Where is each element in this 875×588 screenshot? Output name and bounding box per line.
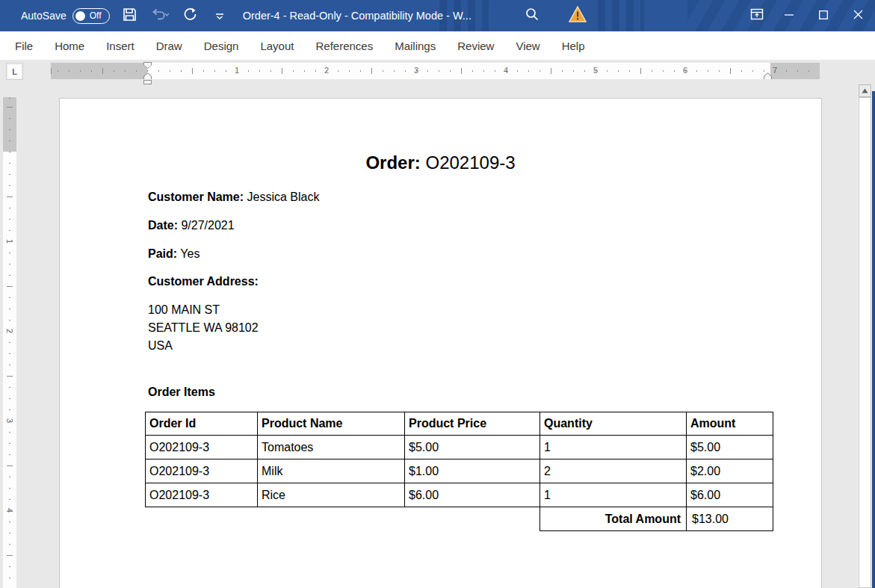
ruler-number: 1 [5, 237, 14, 246]
tab-file[interactable]: File [15, 40, 33, 52]
date-label: Date: [148, 219, 178, 232]
search-icon [525, 7, 539, 25]
autosave-toggle[interactable]: Off [72, 8, 110, 24]
scroll-up-arrow-icon [862, 88, 868, 93]
horizontal-ruler: 1 2 3 4 5 6 7 [51, 63, 820, 79]
tab-mailings[interactable]: Mailings [395, 40, 436, 52]
col-header-product-price: Product Price [405, 412, 540, 436]
right-indent-marker[interactable] [764, 72, 772, 79]
vertical-ruler: 1 2 3 4 [3, 97, 16, 588]
window-controls [742, 0, 875, 31]
cell-amount: $6.00 [687, 483, 773, 507]
hanging-indent-marker[interactable] [143, 72, 152, 79]
order-title-label: Order: [365, 152, 420, 173]
cell-quantity: 2 [540, 459, 687, 483]
tab-design[interactable]: Design [204, 40, 239, 52]
order-title-value: O202109-3 [425, 152, 515, 173]
tab-layout[interactable]: Layout [260, 40, 294, 52]
ruler-half-ticks [51, 68, 820, 74]
redo-button[interactable] [180, 4, 200, 27]
warning-icon [569, 6, 587, 25]
document-page: Order: O202109-3 Customer Name: Jessica … [59, 98, 822, 588]
date-field: Date: 9/27/2021 [148, 219, 235, 232]
customer-address-heading: Customer Address: [148, 275, 259, 288]
col-header-product-name: Product Name [258, 412, 405, 436]
cell-product-price: $5.00 [405, 436, 540, 459]
table-total-row: Total Amount $13.00 [146, 507, 773, 531]
ribbon-display-options-button[interactable] [742, 0, 772, 31]
undo-button[interactable] [150, 4, 170, 27]
chevron-down-icon [215, 9, 224, 22]
minimize-button[interactable] [772, 0, 806, 31]
ribbon-tabs: File Home Insert Draw Design Layout Refe… [15, 31, 875, 60]
col-header-order-id: Order Id [146, 412, 258, 436]
save-icon [123, 7, 137, 25]
undo-icon [151, 7, 169, 24]
document-workspace: L 1 2 3 4 5 6 7 1 2 3 4 [0, 60, 875, 588]
cell-product-name: Milk [258, 459, 405, 483]
first-line-indent-marker[interactable] [143, 62, 152, 69]
close-button[interactable] [841, 0, 875, 31]
scroll-up-button[interactable] [859, 84, 871, 97]
save-button[interactable] [120, 4, 140, 27]
tab-help[interactable]: Help [562, 40, 585, 52]
tab-references[interactable]: References [315, 40, 373, 52]
tab-home[interactable]: Home [55, 40, 84, 52]
customer-name-label: Customer Name: [148, 191, 244, 203]
ruler-number: 1 [232, 66, 242, 75]
scrollbar-thumb[interactable] [859, 97, 871, 588]
maximize-button[interactable] [806, 0, 841, 31]
tab-stop-selector[interactable]: L [6, 63, 23, 80]
close-icon [853, 9, 863, 22]
tab-draw[interactable]: Draw [156, 40, 182, 52]
maximize-icon [819, 9, 828, 22]
total-amount-value: $13.00 [687, 507, 773, 531]
cell-product-name: Rice [258, 483, 405, 507]
ruler-number: 2 [321, 66, 332, 75]
cell-quantity: 1 [540, 483, 687, 507]
table-row: O202109-3 Rice $6.00 1 $6.00 [146, 483, 773, 507]
cell-amount: $2.00 [687, 459, 773, 483]
tab-view[interactable]: View [516, 40, 539, 52]
cell-order-id: O202109-3 [146, 483, 258, 507]
tab-insert[interactable]: Insert [106, 40, 135, 52]
autosave-control[interactable]: AutoSave Off [21, 8, 110, 24]
customer-address-block: 100 MAIN ST SEATTLE WA 98102 USA [148, 301, 259, 355]
left-indent-marker[interactable] [143, 80, 152, 84]
ruler-number: 3 [411, 66, 421, 75]
window-title: Order-4 - Read-Only - Compatibility Mode… [243, 10, 471, 22]
cell-product-name: Tomatoes [258, 436, 405, 459]
ruler-number: 4 [501, 66, 511, 75]
window-right-edge [872, 91, 875, 588]
cell-order-id: O202109-3 [146, 436, 258, 459]
customize-quick-access-button[interactable] [210, 4, 229, 27]
autosave-toggle-state: Off [90, 10, 102, 21]
ribbon-tab-bar: File Home Insert Draw Design Layout Refe… [0, 31, 875, 60]
quick-access-toolbar: AutoSave Off [21, 4, 229, 27]
address-line: USA [148, 337, 259, 355]
minimize-icon [785, 9, 794, 22]
cell-quantity: 1 [540, 436, 687, 459]
notification-button[interactable] [565, 0, 590, 31]
cell-amount: $5.00 [687, 436, 773, 459]
address-line: SEATTLE WA 98102 [148, 319, 259, 337]
autosave-toggle-knob [75, 11, 85, 21]
address-line: 100 MAIN ST [148, 301, 259, 319]
table-row: O202109-3 Tomatoes $5.00 1 $5.00 [146, 436, 773, 459]
document-title: Order: O202109-3 [60, 152, 821, 173]
total-amount-label: Total Amount [540, 507, 687, 531]
redo-icon [182, 7, 197, 25]
cell-product-price: $1.00 [405, 459, 540, 483]
ribbon-display-icon [750, 7, 764, 24]
tab-review[interactable]: Review [457, 40, 494, 52]
customer-name-field: Customer Name: Jessica Black [148, 191, 319, 204]
ruler-number: 6 [680, 66, 690, 75]
titlebar: AutoSave Off [0, 0, 875, 31]
paid-value: Yes [180, 247, 200, 260]
order-items-heading: Order Items [148, 386, 215, 399]
order-items-table: Order Id Product Name Product Price Quan… [145, 412, 773, 531]
search-button[interactable] [519, 0, 545, 31]
col-header-quantity: Quantity [540, 412, 687, 436]
tab-stop-icon: L [8, 65, 21, 78]
vertical-scrollbar[interactable] [858, 84, 872, 588]
